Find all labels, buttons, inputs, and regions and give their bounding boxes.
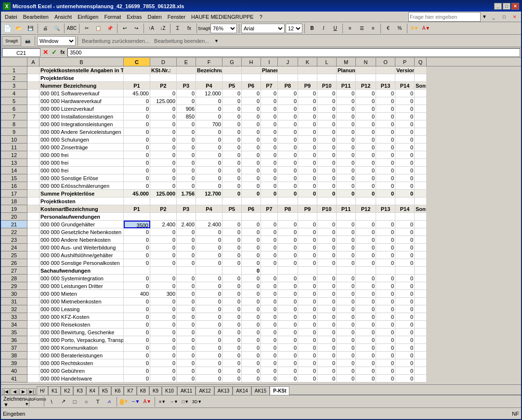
- cell-M27[interactable]: [337, 267, 356, 275]
- cell-D36[interactable]: 0: [150, 336, 177, 344]
- cell-B39[interactable]: 000 000 Rechtskosten: [39, 359, 124, 367]
- snagit-logo-btn[interactable]: SnagIt: [2, 36, 21, 46]
- cell-C23[interactable]: 0: [124, 236, 150, 244]
- cell-E21[interactable]: 2.400: [177, 221, 196, 228]
- cell-C15[interactable]: 0: [124, 174, 150, 182]
- cell-C17[interactable]: 45.000: [124, 190, 150, 197]
- cell-H1[interactable]: [242, 66, 261, 74]
- cell-A24[interactable]: [27, 244, 39, 251]
- cell-N17[interactable]: 0: [356, 190, 376, 197]
- row-header-30[interactable]: 30: [1, 290, 27, 298]
- cell-L3[interactable]: P10: [317, 82, 337, 90]
- cell-A29[interactable]: [27, 282, 39, 290]
- cell-M34[interactable]: 0: [337, 321, 356, 328]
- cell-O17[interactable]: 0: [376, 190, 395, 197]
- cell-I41[interactable]: 0: [261, 375, 278, 382]
- cell-Q35[interactable]: [415, 328, 427, 336]
- line-color-draw-btn[interactable]: ─▼: [130, 397, 141, 407]
- cell-J17[interactable]: 0: [278, 190, 298, 197]
- cell-H21[interactable]: 0: [242, 221, 261, 228]
- row-header-39[interactable]: 39: [1, 359, 27, 367]
- tab-K5[interactable]: K5: [99, 386, 111, 395]
- cell-C37[interactable]: 0: [124, 344, 150, 352]
- cell-B13[interactable]: 000 000 frei: [39, 159, 124, 167]
- cell-I31[interactable]: 0: [261, 298, 278, 305]
- cell-O16[interactable]: 0: [376, 182, 395, 190]
- cell-J41[interactable]: 0: [278, 375, 298, 382]
- cell-J5[interactable]: 0: [278, 97, 298, 105]
- cell-N21[interactable]: 0: [356, 221, 376, 228]
- fill-color-btn[interactable]: A▼: [409, 24, 420, 33]
- cell-F23[interactable]: 0: [196, 236, 222, 244]
- cell-A19[interactable]: [27, 205, 39, 213]
- textbox-btn[interactable]: T: [92, 397, 103, 407]
- cell-Q20[interactable]: [415, 213, 427, 221]
- col-header-H[interactable]: H: [242, 58, 261, 66]
- cell-K1[interactable]: [298, 66, 317, 74]
- cell-F1[interactable]: Bezeichnung:: [196, 66, 222, 74]
- cell-E27[interactable]: [177, 267, 196, 275]
- cell-M17[interactable]: 0: [337, 190, 356, 197]
- cell-M24[interactable]: 0: [337, 244, 356, 251]
- cell-I25[interactable]: 0: [261, 251, 278, 259]
- cell-O28[interactable]: 0: [376, 275, 395, 282]
- cell-Q9[interactable]: [415, 128, 427, 136]
- cell-J11[interactable]: 0: [278, 144, 298, 151]
- cell-N35[interactable]: 0: [356, 328, 376, 336]
- copy-btn[interactable]: 📋: [93, 24, 104, 33]
- cell-L36[interactable]: 0: [317, 336, 337, 344]
- cell-O37[interactable]: 0: [376, 344, 395, 352]
- cell-C14[interactable]: 0: [124, 167, 150, 174]
- cell-M20[interactable]: [337, 213, 356, 221]
- cell-I40[interactable]: 0: [261, 367, 278, 375]
- underline-btn[interactable]: U: [330, 24, 340, 33]
- cell-D24[interactable]: 0: [150, 244, 177, 251]
- cell-N16[interactable]: 0: [356, 182, 376, 190]
- cell-E35[interactable]: 0: [177, 328, 196, 336]
- cell-D10[interactable]: 0: [150, 136, 177, 144]
- cell-L18[interactable]: [317, 197, 337, 205]
- cell-H22[interactable]: 0: [242, 228, 261, 236]
- cell-Q2[interactable]: [415, 74, 427, 82]
- cell-A16[interactable]: [27, 182, 39, 190]
- cell-F12[interactable]: 0: [196, 151, 222, 159]
- tab-AK15[interactable]: AK15: [251, 386, 270, 395]
- cell-Q12[interactable]: [415, 151, 427, 159]
- cell-K41[interactable]: 0: [298, 375, 317, 382]
- cell-E5[interactable]: 0: [177, 97, 196, 105]
- tab-K8[interactable]: K8: [137, 386, 149, 395]
- cell-B1[interactable]: Projektkostenstelle Angaben in TEuro: [39, 66, 124, 74]
- cell-J36[interactable]: 0: [278, 336, 298, 344]
- cell-L32[interactable]: 0: [317, 305, 337, 313]
- fill-color-draw-btn[interactable]: ▓▼: [119, 397, 130, 407]
- cell-Q15[interactable]: [415, 174, 427, 182]
- cell-N39[interactable]: 0: [356, 359, 376, 367]
- cell-C33[interactable]: 0: [124, 313, 150, 321]
- cell-D38[interactable]: 0: [150, 352, 177, 359]
- cell-Q32[interactable]: [415, 305, 427, 313]
- row-header-7[interactable]: 7: [1, 113, 27, 120]
- cell-B23[interactable]: 000 000 Andere Nebenkosten: [39, 236, 124, 244]
- cell-M12[interactable]: 0: [337, 151, 356, 159]
- cell-L27[interactable]: [317, 267, 337, 275]
- cell-B15[interactable]: 000 000 Sonstige Erlöse: [39, 174, 124, 182]
- cell-A28[interactable]: [27, 275, 39, 282]
- cell-M29[interactable]: 0: [337, 282, 356, 290]
- cell-A38[interactable]: [27, 352, 39, 359]
- cell-D5[interactable]: 125.000: [150, 97, 177, 105]
- insert-function-btn[interactable]: fx: [59, 48, 66, 57]
- cell-K8[interactable]: 0: [298, 120, 317, 128]
- cell-A32[interactable]: [27, 305, 39, 313]
- cell-B38[interactable]: 000 000 Beraterleistungen: [39, 352, 124, 359]
- tab-K1[interactable]: K1: [48, 386, 61, 395]
- cell-P19[interactable]: P14: [395, 205, 415, 213]
- dash-style-btn[interactable]: ≡▼: [157, 397, 168, 407]
- row-header-23[interactable]: 23: [1, 236, 27, 244]
- cell-F5[interactable]: 0: [196, 97, 222, 105]
- cell-B7[interactable]: 000 000 Installationsleistungen: [39, 113, 124, 120]
- cell-Q25[interactable]: [415, 251, 427, 259]
- cell-B24[interactable]: 000 000 Aus- und Weiterbildung: [39, 244, 124, 251]
- cell-Q16[interactable]: [415, 182, 427, 190]
- cell-D31[interactable]: 0: [150, 298, 177, 305]
- cell-M23[interactable]: 0: [337, 236, 356, 244]
